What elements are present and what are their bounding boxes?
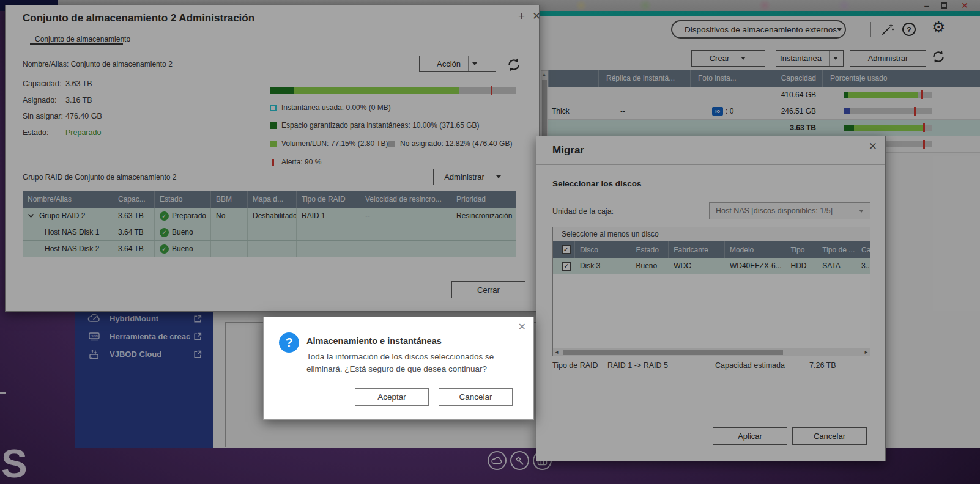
confirm-title: Almacenamiento e instantáneas	[306, 336, 442, 346]
cancel-button-label: Cancelar	[459, 392, 492, 402]
cancel-button[interactable]: Cancelar	[439, 388, 513, 406]
accept-button[interactable]: Aceptar	[355, 388, 429, 406]
confirm-message: Toda la información de los discos selecc…	[306, 351, 524, 375]
close-icon[interactable]: ✕	[518, 322, 526, 332]
confirm-dialog: ✕ ? Almacenamiento e instantáneas Toda l…	[263, 317, 534, 420]
accept-button-label: Aceptar	[377, 392, 406, 402]
question-icon: ?	[279, 332, 299, 353]
